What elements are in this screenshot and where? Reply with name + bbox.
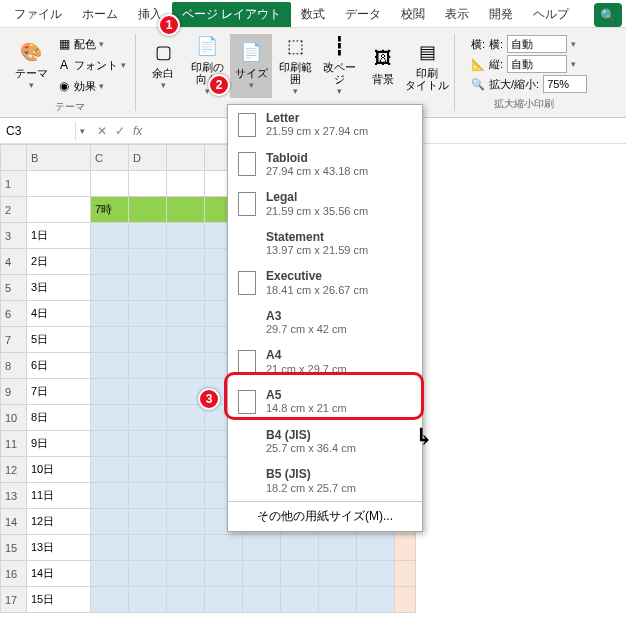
cell[interactable] [129, 483, 167, 509]
tab-review[interactable]: 校閲 [391, 2, 435, 27]
cell[interactable] [167, 301, 205, 327]
cell[interactable] [91, 535, 129, 561]
print-titles-button[interactable]: ▤印刷 タイトル [406, 34, 448, 98]
select-all[interactable] [1, 145, 27, 171]
cell[interactable] [167, 223, 205, 249]
row-header[interactable]: 12 [1, 457, 27, 483]
cell[interactable] [281, 561, 319, 587]
col-header[interactable]: C [91, 145, 129, 171]
cell[interactable] [91, 379, 129, 405]
cell[interactable] [205, 535, 243, 561]
cell[interactable] [91, 561, 129, 587]
cell[interactable] [91, 275, 129, 301]
row-header[interactable]: 17 [1, 587, 27, 613]
row-header[interactable]: 3 [1, 223, 27, 249]
margins-button[interactable]: ▢余白▾ [142, 34, 184, 98]
paper-size-option[interactable]: A329.7 cm x 42 cm [228, 303, 422, 343]
row-header[interactable]: 1 [1, 171, 27, 197]
col-header[interactable]: B [27, 145, 91, 171]
cell[interactable] [167, 197, 205, 223]
cell[interactable] [129, 301, 167, 327]
cell[interactable] [91, 171, 129, 197]
cell[interactable] [27, 197, 91, 223]
cell[interactable] [205, 561, 243, 587]
cell[interactable] [395, 587, 416, 613]
tab-page-layout[interactable]: ページ レイアウト [172, 2, 291, 27]
cell[interactable] [91, 301, 129, 327]
height-select[interactable] [507, 55, 567, 73]
cell[interactable]: 2日 [27, 249, 91, 275]
colors-button[interactable]: ▦配色▾ [54, 34, 129, 54]
more-paper-sizes[interactable]: その他の用紙サイズ(M)... [228, 501, 422, 531]
col-header[interactable]: D [129, 145, 167, 171]
cell[interactable] [357, 535, 395, 561]
cell[interactable] [167, 535, 205, 561]
row-header[interactable]: 9 [1, 379, 27, 405]
cell[interactable] [281, 587, 319, 613]
cell[interactable] [357, 587, 395, 613]
cell[interactable] [129, 171, 167, 197]
cell[interactable] [167, 249, 205, 275]
row-header[interactable]: 15 [1, 535, 27, 561]
cell[interactable]: 7時 [91, 197, 129, 223]
cell[interactable] [167, 171, 205, 197]
cell[interactable]: 6日 [27, 353, 91, 379]
cell[interactable]: 3日 [27, 275, 91, 301]
cell[interactable] [129, 405, 167, 431]
row-header[interactable]: 6 [1, 301, 27, 327]
paper-size-option[interactable]: A421 cm x 29.7 cm [228, 342, 422, 382]
cell[interactable] [243, 587, 281, 613]
cell[interactable] [167, 587, 205, 613]
row-header[interactable]: 8 [1, 353, 27, 379]
paper-size-option[interactable]: Executive18.41 cm x 26.67 cm [228, 263, 422, 303]
cell[interactable] [91, 327, 129, 353]
cell[interactable] [91, 509, 129, 535]
name-box[interactable] [0, 122, 76, 140]
cell[interactable] [129, 535, 167, 561]
tab-home[interactable]: ホーム [72, 2, 128, 27]
fonts-button[interactable]: Aフォント▾ [54, 55, 129, 75]
row-header[interactable]: 7 [1, 327, 27, 353]
paper-size-option[interactable]: Letter21.59 cm x 27.94 cm [228, 105, 422, 145]
cell[interactable] [167, 327, 205, 353]
cell[interactable]: 5日 [27, 327, 91, 353]
cell[interactable] [395, 535, 416, 561]
paper-size-option[interactable]: B4 (JIS)25.7 cm x 36.4 cm [228, 422, 422, 462]
cell[interactable] [129, 353, 167, 379]
tab-file[interactable]: ファイル [4, 2, 72, 27]
cell[interactable] [395, 561, 416, 587]
cell[interactable] [129, 379, 167, 405]
cell[interactable] [129, 275, 167, 301]
row-header[interactable]: 2 [1, 197, 27, 223]
cell[interactable] [91, 249, 129, 275]
enter-icon[interactable]: ✓ [115, 124, 125, 138]
tab-help[interactable]: ヘルプ [523, 2, 579, 27]
search-icon[interactable]: 🔍 [594, 3, 622, 27]
cell[interactable] [243, 535, 281, 561]
cell[interactable] [129, 223, 167, 249]
breaks-button[interactable]: ┇改ページ▾ [318, 34, 360, 98]
cell[interactable]: 12日 [27, 509, 91, 535]
cell[interactable]: 14日 [27, 561, 91, 587]
themes-button[interactable]: 🎨 テーマ ▾ [10, 34, 52, 98]
tab-developer[interactable]: 開発 [479, 2, 523, 27]
cell[interactable]: 9日 [27, 431, 91, 457]
size-button[interactable]: 📄サイズ▾ [230, 34, 272, 98]
col-header[interactable] [167, 145, 205, 171]
cell[interactable]: 1日 [27, 223, 91, 249]
cell[interactable]: 7日 [27, 379, 91, 405]
cell[interactable] [91, 483, 129, 509]
cell[interactable] [129, 509, 167, 535]
row-header[interactable]: 14 [1, 509, 27, 535]
cell[interactable] [91, 457, 129, 483]
cell[interactable]: 13日 [27, 535, 91, 561]
cell[interactable]: 11日 [27, 483, 91, 509]
row-header[interactable]: 10 [1, 405, 27, 431]
cell[interactable] [357, 561, 395, 587]
paper-size-option[interactable]: A514.8 cm x 21 cm [228, 382, 422, 422]
cell[interactable] [129, 249, 167, 275]
cell[interactable] [91, 223, 129, 249]
cell[interactable] [129, 197, 167, 223]
cell[interactable] [319, 587, 357, 613]
cell[interactable] [91, 405, 129, 431]
